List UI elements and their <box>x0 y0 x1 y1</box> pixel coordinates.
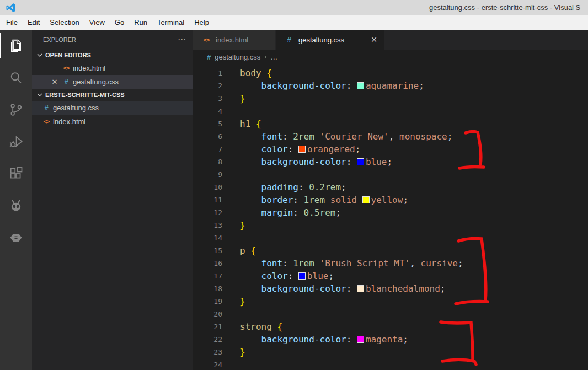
color-swatch[interactable] <box>298 272 306 280</box>
code-line-13: 13} <box>193 219 588 232</box>
token: : <box>293 207 303 218</box>
line-number: 5 <box>193 117 222 130</box>
menu-file[interactable]: File <box>1 17 23 29</box>
menu-help[interactable]: Help <box>189 17 214 29</box>
tab-gestaltung.css[interactable]: #gestaltung.css✕ <box>276 30 384 50</box>
title-bar: gestaltung.css - erste-schritte-mit-css … <box>0 0 588 15</box>
token: 'Courier New' <box>320 131 389 142</box>
token <box>240 157 261 167</box>
file-name: gestaltung.css <box>73 78 119 86</box>
code-line-20: 20 <box>193 308 588 320</box>
more-actions-icon[interactable]: ⋯ <box>178 35 186 45</box>
folder-section-header[interactable]: ERSTE-SCHRITTE-MIT-CSS <box>32 89 193 101</box>
token: ; <box>335 207 341 218</box>
search-icon[interactable] <box>0 64 32 92</box>
color-swatch[interactable] <box>362 196 370 203</box>
open-editor-gestaltung.css[interactable]: ✕#gestaltung.css <box>32 75 193 89</box>
token <box>314 131 320 142</box>
color-swatch[interactable] <box>357 158 364 165</box>
menu-selection[interactable]: Selection <box>45 17 84 29</box>
line-content: } <box>240 295 245 308</box>
token: : <box>288 144 298 154</box>
breadcrumb-symbol[interactable]: … <box>270 53 277 61</box>
token: , <box>389 131 399 142</box>
token: strong <box>240 321 272 332</box>
token <box>240 283 261 294</box>
line-number: 9 <box>193 168 222 181</box>
token: 0.2rem <box>309 182 341 192</box>
token: border <box>261 195 293 205</box>
bug-face-icon[interactable] <box>0 192 32 219</box>
line-content: font: 1rem 'Brush Script MT', cursive; <box>240 257 463 270</box>
line-number: 20 <box>193 308 222 320</box>
line-content: } <box>240 219 245 232</box>
folder-label: ERSTE-SCHRITTE-MIT-CSS <box>45 92 125 98</box>
indent-guide <box>240 130 240 143</box>
token: ; <box>447 131 453 142</box>
code-line-22: 22 background-color: magenta; <box>193 333 588 346</box>
hex-nut-icon[interactable] <box>0 224 32 251</box>
token <box>240 271 261 281</box>
color-swatch[interactable] <box>357 336 364 343</box>
token: : <box>346 283 357 294</box>
token: : <box>282 258 293 269</box>
line-number: 17 <box>193 270 222 282</box>
code-line-18: 18 background-color: blanchedalmond; <box>193 282 588 295</box>
line-number: 11 <box>193 194 222 206</box>
token: font <box>261 131 283 142</box>
code-line-5: 5h1 { <box>193 117 588 130</box>
menu-terminal[interactable]: Terminal <box>152 17 189 29</box>
source-control-icon[interactable] <box>0 96 32 124</box>
line-content: p { <box>240 244 256 257</box>
menu-run[interactable]: Run <box>129 17 152 29</box>
line-number: 10 <box>193 181 222 194</box>
window-title: gestaltung.css - erste-schritte-mit-css … <box>429 0 580 15</box>
open-editor-index.html[interactable]: <>index.html <box>32 61 193 75</box>
color-swatch[interactable] <box>298 146 306 153</box>
code-line-14: 14 <box>193 232 588 244</box>
code-line-15: 15p { <box>193 244 588 257</box>
line-number: 18 <box>193 282 222 295</box>
tab-index.html[interactable]: <>index.html <box>193 30 276 50</box>
explorer-icon[interactable] <box>0 32 32 60</box>
tree-item-index.html[interactable]: <>index.html <box>32 115 193 128</box>
token: color <box>261 144 288 154</box>
menu-edit[interactable]: Edit <box>23 17 45 29</box>
open-editors-section-header[interactable]: OPEN EDITORS <box>32 49 193 61</box>
run-debug-icon[interactable] <box>0 128 32 155</box>
file-name: index.html <box>73 64 105 72</box>
code-line-8: 8 background-color: blue; <box>193 155 588 168</box>
token: 1rem <box>304 195 325 205</box>
menu-view[interactable]: View <box>84 17 110 29</box>
token <box>245 245 251 256</box>
color-swatch[interactable] <box>357 82 364 89</box>
color-swatch[interactable] <box>357 285 364 292</box>
code-line-11: 11 border: 1rem solid yellow; <box>193 194 588 206</box>
line-number: 2 <box>193 79 222 92</box>
tree-item-gestaltung.css[interactable]: #gestaltung.css <box>32 101 193 115</box>
breadcrumb-file[interactable]: gestaltung.css <box>215 53 260 61</box>
close-tab-icon[interactable]: ✕ <box>371 35 377 44</box>
line-number: 23 <box>193 346 222 358</box>
code-line-10: 10 padding: 0.2rem; <box>193 181 588 194</box>
indent-guide <box>240 79 240 92</box>
line-number: 1 <box>193 67 222 79</box>
token <box>240 334 261 345</box>
css-file-icon: # <box>207 53 211 61</box>
menu-go[interactable]: Go <box>110 17 129 29</box>
extensions-icon[interactable] <box>0 160 32 187</box>
token: ; <box>419 81 424 91</box>
code-editor[interactable]: 1body {2 background-color: aquamarine;3}… <box>193 64 588 370</box>
close-editor-icon[interactable]: ✕ <box>49 78 61 86</box>
line-number: 13 <box>193 219 222 232</box>
token: : <box>346 157 357 167</box>
indent-guide <box>240 168 240 181</box>
token <box>261 68 267 78</box>
code-line-1: 1body { <box>193 67 588 79</box>
line-content: } <box>240 92 245 105</box>
token: ; <box>387 157 392 167</box>
token: magenta <box>366 334 403 345</box>
token: } <box>240 347 245 357</box>
line-content: } <box>240 346 245 358</box>
token: 2rem <box>293 131 314 142</box>
